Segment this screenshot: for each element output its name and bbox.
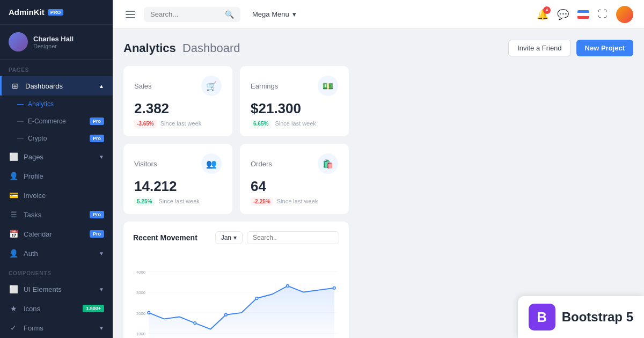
brand-name: AdminKit — [9, 8, 45, 17]
brand-badge: PRO — [48, 9, 64, 16]
sidebar-item-label: Profile — [24, 172, 104, 180]
auth-icon: 👤 — [9, 248, 18, 258]
stat-value-earnings: $21.300 — [251, 100, 338, 117]
svg-point-8 — [148, 312, 150, 314]
page-title-sub: Dashboard — [182, 41, 240, 55]
notification-count: 4 — [543, 6, 551, 14]
svg-text:1000: 1000 — [136, 332, 145, 336]
icons-icon: ★ — [9, 304, 18, 313]
sidebar-item-analytics[interactable]: Analytics — [0, 95, 113, 113]
sidebar-item-calendar[interactable]: 📅 Calendar Pro — [0, 224, 113, 244]
user-avatar-topbar[interactable] — [616, 6, 633, 23]
sidebar-item-ecommerce[interactable]: E-Commerce Pro — [0, 113, 113, 130]
pages-icon: ⬜ — [9, 152, 18, 161]
sidebar-item-crypto[interactable]: Crypto Pro — [0, 130, 113, 147]
messages-button[interactable]: 💬 — [557, 9, 569, 20]
dash-icon — [17, 121, 24, 122]
chart-header: Recent Movement Jan ▾ — [133, 231, 339, 244]
visitors-icon: 👥 — [201, 153, 222, 174]
stat-card-visitors: Visitors 👥 14.212 5.25% Since last week — [123, 144, 232, 214]
search-box: 🔍 — [144, 7, 240, 22]
chart-card: Recent Movement Jan ▾ 4000 — [123, 222, 349, 338]
stat-change-sales: -3.65% Since last week — [134, 120, 222, 127]
sidebar-item-label: Auth — [24, 249, 99, 258]
bootstrap-icon: B — [529, 304, 555, 330]
sidebar-item-forms[interactable]: ✓ Forms ▼ — [0, 318, 113, 337]
earnings-icon: 💵 — [318, 76, 338, 96]
svg-point-10 — [224, 313, 227, 316]
chevron-down-icon: ▼ — [99, 154, 104, 160]
sidebar-item-ui-elements[interactable]: ⬜ UI Elements ▼ — [0, 280, 113, 299]
crypto-badge: Pro — [90, 135, 104, 142]
stat-change-earnings: 6.65% Since last week — [251, 120, 338, 127]
svg-text:2000: 2000 — [136, 311, 145, 316]
sidebar-item-label: Pages — [24, 153, 99, 161]
stat-card-earnings: Earnings 💵 $21.300 6.65% Since last week — [240, 66, 349, 136]
dash-icon — [17, 138, 24, 139]
stat-badge-visitors: 5.25% — [134, 197, 155, 205]
chevron-down-icon: ▼ — [99, 251, 104, 256]
sidebar-brand: AdminKit PRO — [0, 0, 113, 25]
bootstrap-label: Bootstrap 5 — [562, 310, 633, 325]
header-actions: Invite a Friend New Project — [508, 40, 633, 56]
invoice-icon: 💳 — [9, 190, 18, 200]
stat-change-visitors: 5.25% Since last week — [134, 198, 222, 204]
stat-label: Orders — [251, 160, 272, 168]
section-components-label: Components — [0, 263, 113, 280]
icons-badge: 1.500+ — [83, 305, 104, 312]
sidebar-item-label: Invoice — [24, 192, 104, 200]
mega-menu-button[interactable]: Mega Menu ▾ — [247, 7, 302, 21]
stat-badge-orders: -2.25% — [251, 197, 273, 205]
svg-text:3000: 3000 — [136, 290, 145, 295]
line-chart: 4000 3000 2000 1000 — [133, 252, 339, 338]
sidebar-user[interactable]: Charles Hall Designer — [0, 25, 113, 60]
month-selector[interactable]: Jan ▾ — [215, 231, 243, 244]
mega-menu-chevron-icon: ▾ — [292, 10, 296, 18]
svg-point-12 — [287, 285, 289, 288]
sidebar-item-label: UI Elements — [24, 285, 99, 293]
avatar — [9, 32, 28, 52]
section-pages-label: Pages — [0, 60, 113, 76]
notifications-button[interactable]: 🔔 4 — [537, 9, 548, 20]
fullscreen-button[interactable]: ⛶ — [598, 9, 608, 20]
stat-change-orders: -2.25% Since last week — [251, 198, 338, 204]
stat-label: Earnings — [251, 82, 278, 90]
search-input[interactable] — [150, 10, 221, 18]
invite-friend-button[interactable]: Invite a Friend — [508, 40, 570, 56]
stat-label: Sales — [134, 82, 152, 90]
chevron-down-icon: ▼ — [99, 286, 104, 292]
sidebar-item-pages[interactable]: ⬜ Pages ▼ — [0, 147, 113, 166]
user-name: Charles Hall — [33, 35, 74, 43]
search-icon: 🔍 — [225, 10, 234, 19]
main-area: 🔍 Mega Menu ▾ 🔔 4 💬 ⛶ Analytics Dashboar… — [113, 0, 644, 338]
sidebar-item-label: Analytics — [28, 100, 104, 108]
chart-search-input[interactable] — [247, 231, 339, 244]
new-project-button[interactable]: New Project — [576, 40, 633, 56]
sidebar-item-auth[interactable]: 👤 Auth ▼ — [0, 244, 113, 263]
bootstrap-watermark: B Bootstrap 5 — [518, 296, 644, 338]
sidebar-item-dashboards[interactable]: ⊞ Dashboards ▲ — [0, 76, 113, 95]
language-selector[interactable] — [577, 10, 589, 19]
dash-icon — [17, 104, 24, 105]
stat-value-sales: 2.382 — [134, 100, 222, 117]
chevron-up-icon: ▲ — [99, 83, 104, 89]
sidebar-item-invoice[interactable]: 💳 Invoice — [0, 186, 113, 205]
stat-card-sales: Sales 🛒 2.382 -3.65% Since last week — [123, 66, 232, 136]
sidebar-item-tasks[interactable]: ☰ Tasks Pro — [0, 205, 113, 224]
topbar: 🔍 Mega Menu ▾ 🔔 4 💬 ⛶ — [113, 0, 644, 29]
svg-point-11 — [255, 297, 258, 300]
page-title-bold: Analytics — [123, 41, 176, 55]
stat-since-visitors: Since last week — [158, 198, 199, 204]
stat-value-orders: 64 — [251, 178, 338, 195]
chart-controls: Jan ▾ — [215, 231, 339, 244]
calendar-icon: 📅 — [9, 229, 18, 239]
profile-icon: 👤 — [9, 171, 18, 181]
sidebar-item-icons[interactable]: ★ Icons 1.500+ — [0, 299, 113, 318]
stat-since-earnings: Since last week — [275, 120, 316, 127]
sidebar-item-label: Dashboards — [25, 82, 99, 90]
hamburger-menu[interactable] — [123, 9, 137, 20]
mega-menu-label: Mega Menu — [252, 10, 289, 18]
sidebar-item-label: Forms — [24, 324, 99, 332]
sidebar-item-profile[interactable]: 👤 Profile — [0, 166, 113, 186]
stat-value-visitors: 14.212 — [134, 178, 222, 195]
